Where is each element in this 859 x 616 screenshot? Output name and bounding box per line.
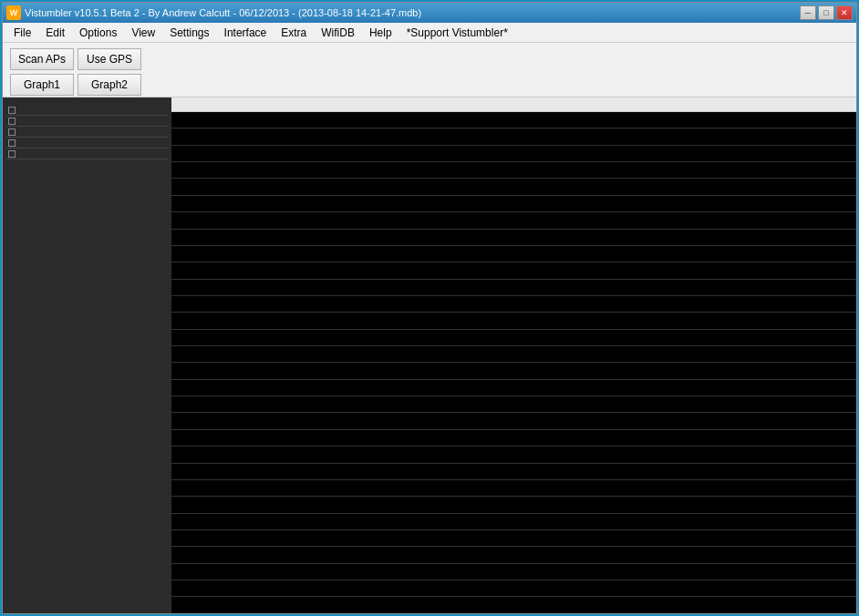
toolbar-row2: Graph1 Graph2 bbox=[10, 74, 141, 96]
title-bar-left: W Vistumbler v10.5.1 Beta 2 - By Andrew … bbox=[6, 5, 421, 20]
graph-row bbox=[171, 146, 856, 162]
close-button[interactable]: ✕ bbox=[836, 5, 853, 20]
graph-row bbox=[171, 413, 856, 429]
sidebar-lines bbox=[3, 98, 171, 167]
graph-row bbox=[171, 447, 856, 463]
sidebar-line bbox=[6, 116, 168, 127]
graph1-button[interactable]: Graph1 bbox=[10, 74, 74, 96]
graph-row bbox=[171, 380, 856, 396]
graph-row bbox=[171, 396, 856, 413]
graph-header bbox=[171, 98, 856, 112]
sidebar-line bbox=[6, 138, 168, 149]
graph-row bbox=[171, 179, 856, 195]
graph-row bbox=[171, 262, 856, 279]
use-gps-button[interactable]: Use GPS bbox=[78, 48, 141, 70]
graph-row bbox=[171, 296, 856, 313]
sidebar-line bbox=[6, 149, 168, 159]
sidebar-line bbox=[6, 105, 168, 116]
menu-edit[interactable]: Edit bbox=[38, 25, 72, 41]
graph-row bbox=[171, 464, 856, 480]
graph-row bbox=[171, 128, 856, 145]
sidebar-marker bbox=[8, 128, 16, 136]
toolbar-row1: Scan APs Use GPS bbox=[10, 48, 141, 70]
sidebar-marker bbox=[8, 139, 16, 147]
graph-row bbox=[171, 597, 856, 612]
graph-row bbox=[171, 430, 856, 447]
title-buttons: ─ □ ✕ bbox=[800, 5, 853, 20]
graph-row bbox=[171, 246, 856, 262]
menu-interface[interactable]: Interface bbox=[217, 25, 274, 41]
menu-help[interactable]: Help bbox=[362, 25, 399, 41]
graph-row bbox=[171, 212, 856, 229]
menu-settings[interactable]: Settings bbox=[162, 25, 216, 41]
minimize-button[interactable]: ─ bbox=[800, 5, 816, 20]
sidebar-line bbox=[6, 127, 168, 138]
graph2-button[interactable]: Graph2 bbox=[78, 74, 141, 96]
graph-row bbox=[171, 530, 856, 547]
menu-support[interactable]: *Support Vistumbler* bbox=[399, 25, 515, 41]
graph-row bbox=[171, 480, 856, 497]
graph-grid bbox=[171, 112, 856, 613]
toolbar: Scan APs Use GPS Graph1 Graph2 bbox=[3, 43, 856, 98]
graph-row bbox=[171, 112, 856, 128]
menu-file[interactable]: File bbox=[6, 25, 38, 41]
graph-row bbox=[171, 196, 856, 212]
sidebar-marker bbox=[8, 107, 16, 114]
graph-row bbox=[171, 580, 856, 597]
graph-row bbox=[171, 280, 856, 296]
graph-row bbox=[171, 514, 856, 530]
graph-area bbox=[171, 98, 856, 613]
menu-extra[interactable]: Extra bbox=[274, 25, 314, 41]
menu-wifidb[interactable]: WifiDB bbox=[314, 25, 362, 41]
menu-view[interactable]: View bbox=[124, 25, 162, 41]
graph-row bbox=[171, 547, 856, 563]
graph-row bbox=[171, 313, 856, 329]
sidebar-marker bbox=[8, 118, 16, 125]
graph-row bbox=[171, 330, 856, 346]
graph-row bbox=[171, 564, 856, 580]
app-icon: W bbox=[6, 5, 21, 20]
maximize-button[interactable]: □ bbox=[818, 5, 834, 20]
menu-bar: File Edit Options View Settings Interfac… bbox=[3, 23, 856, 43]
graph-row bbox=[171, 162, 856, 179]
sidebar-marker bbox=[8, 150, 16, 158]
graph-row bbox=[171, 230, 856, 246]
sidebar bbox=[3, 98, 171, 613]
main-content bbox=[3, 98, 856, 613]
main-window: W Vistumbler v10.5.1 Beta 2 - By Andrew … bbox=[2, 2, 857, 614]
graph-row bbox=[171, 363, 856, 379]
scan-aps-button[interactable]: Scan APs bbox=[10, 48, 74, 70]
graph-row bbox=[171, 497, 856, 513]
graph-row bbox=[171, 346, 856, 363]
window-title: Vistumbler v10.5.1 Beta 2 - By Andrew Ca… bbox=[25, 7, 421, 18]
title-bar: W Vistumbler v10.5.1 Beta 2 - By Andrew … bbox=[3, 3, 856, 23]
menu-options[interactable]: Options bbox=[72, 25, 124, 41]
